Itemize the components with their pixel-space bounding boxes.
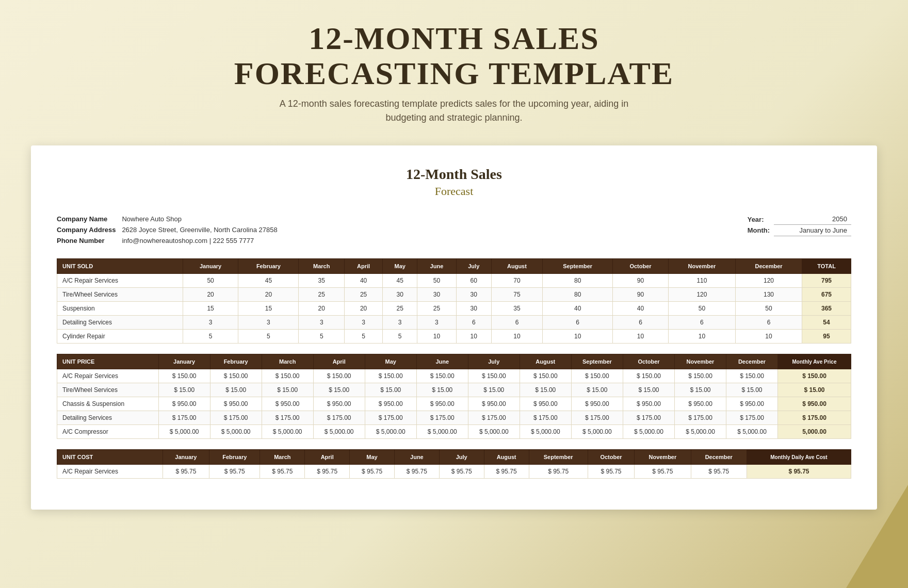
table-cell: $ 5,000.00: [365, 425, 416, 439]
table-cell: $ 950.00: [571, 397, 623, 411]
year-month-info: Year: 2050 Month: January to June: [743, 214, 851, 246]
company-address-value: 2628 Joyce Street, Greenville, North Car…: [122, 224, 283, 235]
company-name-label: Company Name: [57, 214, 122, 224]
table-cell: $ 175.00: [365, 411, 416, 425]
table-cell: $ 950.00: [520, 397, 571, 411]
table-cell: 50: [417, 274, 456, 288]
table-cell: 35: [299, 274, 345, 288]
table-cell: 20: [238, 288, 299, 302]
table-cell: $ 5,000.00: [623, 425, 674, 439]
header-section: 12-MONTH SALES FORECASTING TEMPLATE A 12…: [0, 0, 908, 135]
table-cell: $ 150.00: [468, 369, 520, 383]
col-mar: March: [299, 259, 345, 274]
table-cell: 6: [736, 316, 802, 330]
row-label: Detailing Services: [57, 316, 183, 330]
row-label: Tire/Wheel Services: [57, 288, 183, 302]
table-cell: $ 95.75: [529, 465, 588, 479]
table-row: Detailing Services33333366666654: [57, 316, 851, 330]
table-cell: $ 150.00: [778, 369, 851, 383]
header-description: A 12-month sales forecasting template pr…: [10, 97, 898, 125]
table-cell: 6: [491, 316, 542, 330]
table-cell: $ 150.00: [262, 369, 313, 383]
table-cell: $ 15.00: [520, 383, 571, 397]
table-row: Tire/Wheel Services$ 15.00$ 15.00$ 15.00…: [57, 383, 851, 397]
table-cell: 5: [238, 330, 299, 344]
table-cell: $ 15.00: [365, 383, 416, 397]
table-cell: 25: [383, 302, 417, 316]
table-cell: $ 950.00: [674, 397, 726, 411]
document-wrapper: 12-Month Sales Forecast Company Name Now…: [31, 145, 877, 510]
table-cell: $ 95.75: [209, 465, 260, 479]
table-cell: $ 5,000.00: [158, 425, 210, 439]
table-cell: $ 950.00: [313, 397, 365, 411]
unit-cost-table: UNIT COST January February March April M…: [57, 449, 851, 479]
table-cell: 15: [238, 302, 299, 316]
table-cell: $ 15.00: [623, 383, 674, 397]
unit-price-table: UNIT PRICE January February March April …: [57, 354, 851, 439]
table-cell: 3: [344, 316, 382, 330]
row-label: A/C Repair Services: [57, 465, 163, 479]
table-cell: 30: [383, 288, 417, 302]
table-cell: 54: [802, 316, 851, 330]
table-cell: 75: [491, 288, 542, 302]
col-may: May: [383, 259, 417, 274]
table-cell: 10: [543, 330, 613, 344]
table-cell: $ 150.00: [623, 369, 674, 383]
table-cell: $ 150.00: [674, 369, 726, 383]
table-cell: 45: [383, 274, 417, 288]
row-label: Chassis & Suspension: [57, 397, 159, 411]
month-label: Month:: [743, 225, 774, 236]
table-cell: 95: [802, 330, 851, 344]
table-row: A/C Repair Services$ 95.75$ 95.75$ 95.75…: [57, 465, 851, 479]
unit-sold-table: UNIT SOLD January February March April M…: [57, 258, 851, 344]
table-cell: $ 15.00: [416, 383, 468, 397]
table-cell: 60: [456, 274, 491, 288]
table-cell: $ 950.00: [468, 397, 520, 411]
table-cell: $ 5,000.00: [468, 425, 520, 439]
table-cell: 45: [238, 274, 299, 288]
table-row: A/C Repair Services504535404550607080901…: [57, 274, 851, 288]
table-cell: 30: [456, 288, 491, 302]
table-cell: $ 95.75: [260, 465, 305, 479]
table-cell: 10: [417, 330, 456, 344]
table-cell: $ 15.00: [468, 383, 520, 397]
unit-cost-section: UNIT COST January February March April M…: [57, 449, 851, 479]
phone-value: info@nowhereautoshop.com | 222 555 7777: [122, 235, 283, 246]
table-cell: $ 175.00: [210, 411, 262, 425]
table-cell: $ 5,000.00: [313, 425, 365, 439]
table-cell: $ 95.75: [484, 465, 529, 479]
table-row: Tire/Wheel Services202025253030307580901…: [57, 288, 851, 302]
table-cell: $ 150.00: [520, 369, 571, 383]
col-feb: February: [238, 259, 299, 274]
table-cell: 40: [543, 302, 613, 316]
table-cell: 25: [344, 288, 382, 302]
table-cell: $ 950.00: [778, 397, 851, 411]
year-label: Year:: [743, 214, 774, 225]
table-cell: $ 95.75: [635, 465, 691, 479]
table-cell: 5: [299, 330, 345, 344]
table-row: Cylinder Repair555551010101010101095: [57, 330, 851, 344]
table-cell: 365: [802, 302, 851, 316]
table-cell: 6: [543, 316, 613, 330]
table-cell: 130: [736, 288, 802, 302]
table-cell: 50: [668, 302, 735, 316]
table-cell: $ 15.00: [674, 383, 726, 397]
table-cell: $ 5,000.00: [520, 425, 571, 439]
table-cell: $ 15.00: [571, 383, 623, 397]
table-cell: 675: [802, 288, 851, 302]
table-cell: $ 150.00: [365, 369, 416, 383]
table-cell: $ 15.00: [778, 383, 851, 397]
table-cell: 50: [183, 274, 238, 288]
table-row: Detailing Services$ 175.00$ 175.00$ 175.…: [57, 411, 851, 425]
table-cell: 20: [299, 302, 345, 316]
table-cell: $ 15.00: [210, 383, 262, 397]
table-cell: $ 5,000.00: [416, 425, 468, 439]
table-cell: $ 175.00: [158, 411, 210, 425]
table-cell: $ 175.00: [571, 411, 623, 425]
table-cell: 6: [456, 316, 491, 330]
table-cell: $ 150.00: [416, 369, 468, 383]
table-cell: $ 175.00: [416, 411, 468, 425]
table-row: Chassis & Suspension$ 950.00$ 950.00$ 95…: [57, 397, 851, 411]
table-cell: $ 95.75: [350, 465, 395, 479]
col-unit-price: UNIT PRICE: [57, 354, 159, 369]
